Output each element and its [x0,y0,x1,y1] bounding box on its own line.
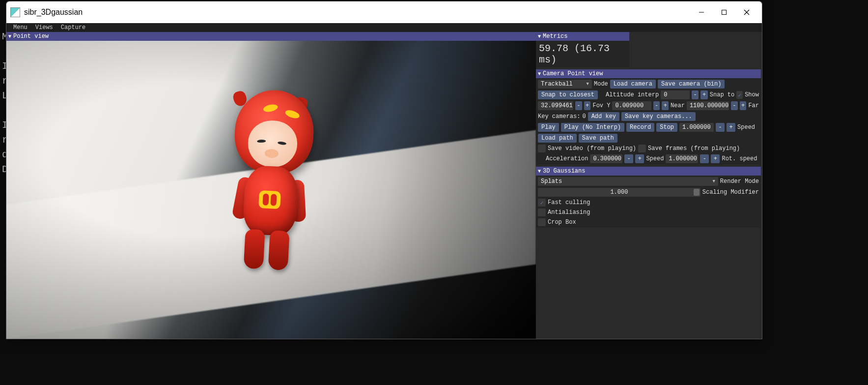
menu-item-views[interactable]: Views [31,24,57,31]
show-checkbox[interactable]: ✓ [736,91,743,99]
collapse-arrow-icon: ▼ [538,71,541,77]
svg-rect-1 [722,10,727,15]
menu-item-menu[interactable]: Menu [9,24,31,31]
crop-box-label: Crop Box [548,219,576,226]
side-panel: ▼ Metrics 59.78 (16.73 ms) ▼ Camera Poin… [536,32,762,339]
save-path-button[interactable]: Save path [579,134,617,143]
record-button[interactable]: Record [626,123,654,132]
speed-plus-button[interactable]: + [727,123,735,132]
gaussians-header[interactable]: ▼ 3D Gaussians [536,167,761,176]
acceleration-minus-button[interactable]: - [624,154,633,163]
mode-label: Mode [594,81,608,88]
snap-to-closest-button[interactable]: Snap to closest [538,90,598,99]
app-icon [10,7,20,17]
speed2-minus-button[interactable]: - [700,154,709,163]
far-minus-button[interactable]: - [731,101,738,110]
gaussians-header-label: 3D Gaussians [543,168,585,175]
altitude-label: Altitude interp [606,91,659,98]
metrics-header[interactable]: ▼ Metrics [536,32,629,41]
acceleration-input[interactable]: 0.300000 [590,154,622,163]
fov-label: Fov Y [592,102,610,109]
save-key-cameras-button[interactable]: Save key cameras... [621,112,696,121]
collapse-arrow-icon: ▼ [538,169,541,174]
rendered-scene [6,41,536,339]
collapse-arrow-icon: ▼ [538,34,541,39]
scaling-label: Scaling Modifier [702,189,759,196]
altitude-minus-button[interactable]: - [692,90,699,99]
app-window: sibr_3Dgaussian Menu Views Capture ▼ Poi… [6,1,762,339]
save-frames-label: Save frames (from playing) [648,145,740,152]
speed2-label: Speed [646,155,664,162]
camera-mode-dropdown[interactable]: Trackball▼ [538,80,592,89]
antialiasing-label: Antialiasing [548,209,590,216]
acceleration-label: Acceleration [546,155,588,162]
add-key-button[interactable]: Add key [588,112,619,121]
gaussians-panel: ▼ 3D Gaussians Splats▼ Render Mode 1.000 [536,167,761,228]
far-label: Far [748,102,759,109]
speed-minus-button[interactable]: - [716,123,725,132]
slider-handle[interactable] [694,189,700,196]
speed2-plus-button[interactable]: + [711,154,720,163]
fov-minus-button[interactable]: - [575,101,582,110]
fov-plus-button[interactable]: + [584,101,591,110]
near-label: Near [671,102,685,109]
speed2-input[interactable]: 1.000000 [666,154,698,163]
load-path-button[interactable]: Load path [538,134,577,143]
maximize-button[interactable] [713,4,735,20]
key-cameras-count: 0 [582,113,586,120]
chevron-down-icon: ▼ [712,179,715,184]
speed-label: Speed [737,124,755,131]
scaling-slider[interactable]: 1.000 [538,188,700,197]
metrics-header-label: Metrics [543,33,567,40]
play-button[interactable]: Play [538,123,559,132]
close-button[interactable] [735,4,758,20]
window-title: sibr_3Dgaussian [24,8,690,17]
metrics-value: 59.78 (16.73 ms) [536,41,629,67]
render-viewport[interactable] [6,41,536,339]
save-video-label: Save video (from playing) [548,145,636,152]
show-label: Show [745,91,759,98]
fast-culling-checkbox[interactable]: ✓ [538,199,546,207]
far-plus-button[interactable]: + [740,101,747,110]
chevron-down-icon: ▼ [587,82,589,87]
camera-panel: ▼ Camera Point view Trackball▼ Mode Load… [536,69,761,165]
render-mode-dropdown[interactable]: Splats▼ [538,177,718,186]
near-minus-button[interactable]: - [653,101,660,110]
camera-header[interactable]: ▼ Camera Point view [536,69,761,78]
crop-box-checkbox[interactable] [538,218,546,226]
save-camera-button[interactable]: Save camera (bin) [658,80,725,89]
altitude-plus-button[interactable]: + [700,90,708,99]
antialiasing-checkbox[interactable] [538,208,546,216]
viewport-header-label: Point view [13,33,49,40]
minimize-button[interactable] [690,4,713,20]
far-input[interactable]: 1100.000000 [687,101,729,110]
rot-speed-label: Rot. speed [722,155,757,162]
load-camera-button[interactable]: Load camera [610,80,656,89]
metrics-panel: ▼ Metrics 59.78 (16.73 ms) [536,32,761,67]
render-mode-label: Render Mode [720,178,759,185]
camera-header-label: Camera Point view [543,70,603,77]
fov-input[interactable]: 32.099461 [538,101,573,110]
viewport-header[interactable]: ▼ Point view [6,32,536,41]
key-cameras-label: Key cameras: [538,113,580,120]
save-frames-checkbox[interactable] [638,145,646,152]
altitude-input[interactable]: 0 [661,90,690,99]
collapse-arrow-icon: ▼ [8,34,11,39]
stop-button[interactable]: Stop [656,123,677,132]
save-video-checkbox[interactable] [538,145,546,152]
snap-to-label: Snap to [710,91,734,98]
speed-input[interactable]: 1.000000 [679,123,714,132]
acceleration-plus-button[interactable]: + [635,154,644,163]
menubar: Menu Views Capture [6,23,762,32]
near-plus-button[interactable]: + [662,101,669,110]
titlebar[interactable]: sibr_3Dgaussian [6,1,762,23]
play-no-interp-button[interactable]: Play (No Interp) [561,123,624,132]
fast-culling-label: Fast culling [548,199,590,206]
near-input[interactable]: 0.009000 [612,101,651,110]
menu-item-capture[interactable]: Capture [57,24,89,31]
